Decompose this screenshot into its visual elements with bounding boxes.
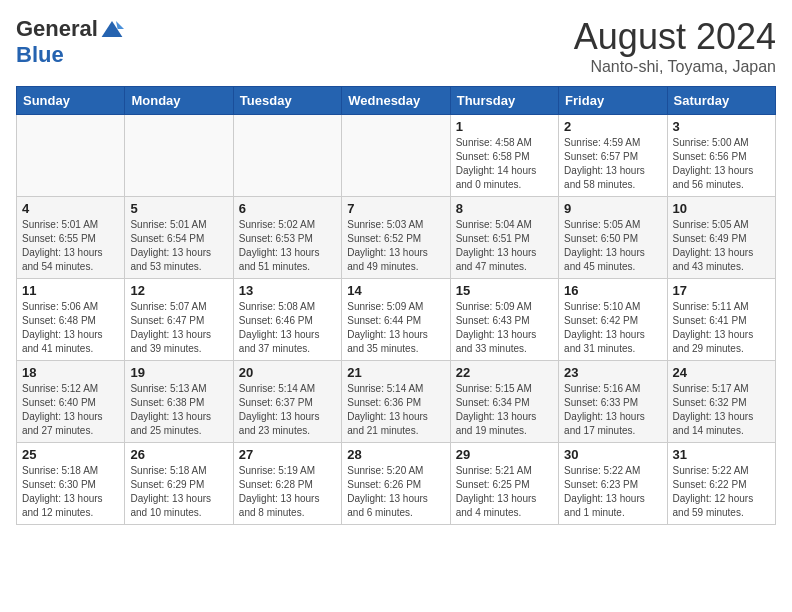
calendar-cell: 2Sunrise: 4:59 AM Sunset: 6:57 PM Daylig… — [559, 115, 667, 197]
logo-blue-text: Blue — [16, 42, 64, 67]
day-detail: Sunrise: 5:22 AM Sunset: 6:23 PM Dayligh… — [564, 464, 661, 520]
day-detail: Sunrise: 5:02 AM Sunset: 6:53 PM Dayligh… — [239, 218, 336, 274]
day-detail: Sunrise: 5:01 AM Sunset: 6:55 PM Dayligh… — [22, 218, 119, 274]
day-number: 6 — [239, 201, 336, 216]
day-number: 31 — [673, 447, 770, 462]
calendar-week-row: 1Sunrise: 4:58 AM Sunset: 6:58 PM Daylig… — [17, 115, 776, 197]
location-subtitle: Nanto-shi, Toyama, Japan — [574, 58, 776, 76]
day-number: 29 — [456, 447, 553, 462]
calendar-cell: 15Sunrise: 5:09 AM Sunset: 6:43 PM Dayli… — [450, 279, 558, 361]
day-number: 3 — [673, 119, 770, 134]
day-number: 24 — [673, 365, 770, 380]
weekday-header-thursday: Thursday — [450, 87, 558, 115]
day-detail: Sunrise: 5:16 AM Sunset: 6:33 PM Dayligh… — [564, 382, 661, 438]
calendar-week-row: 18Sunrise: 5:12 AM Sunset: 6:40 PM Dayli… — [17, 361, 776, 443]
calendar-cell — [17, 115, 125, 197]
day-number: 9 — [564, 201, 661, 216]
calendar-cell: 12Sunrise: 5:07 AM Sunset: 6:47 PM Dayli… — [125, 279, 233, 361]
logo-icon — [100, 17, 124, 41]
day-number: 16 — [564, 283, 661, 298]
header: General Blue August 2024 Nanto-shi, Toya… — [16, 16, 776, 76]
day-detail: Sunrise: 5:03 AM Sunset: 6:52 PM Dayligh… — [347, 218, 444, 274]
day-number: 19 — [130, 365, 227, 380]
month-year-title: August 2024 — [574, 16, 776, 58]
day-detail: Sunrise: 5:04 AM Sunset: 6:51 PM Dayligh… — [456, 218, 553, 274]
day-number: 20 — [239, 365, 336, 380]
day-detail: Sunrise: 5:10 AM Sunset: 6:42 PM Dayligh… — [564, 300, 661, 356]
logo: General Blue — [16, 16, 124, 68]
day-detail: Sunrise: 5:05 AM Sunset: 6:49 PM Dayligh… — [673, 218, 770, 274]
day-detail: Sunrise: 4:58 AM Sunset: 6:58 PM Dayligh… — [456, 136, 553, 192]
calendar-week-row: 25Sunrise: 5:18 AM Sunset: 6:30 PM Dayli… — [17, 443, 776, 525]
svg-marker-1 — [116, 21, 124, 29]
day-detail: Sunrise: 5:22 AM Sunset: 6:22 PM Dayligh… — [673, 464, 770, 520]
day-number: 23 — [564, 365, 661, 380]
calendar-cell: 17Sunrise: 5:11 AM Sunset: 6:41 PM Dayli… — [667, 279, 775, 361]
logo-general-text: General — [16, 16, 98, 42]
day-detail: Sunrise: 5:11 AM Sunset: 6:41 PM Dayligh… — [673, 300, 770, 356]
day-number: 21 — [347, 365, 444, 380]
day-detail: Sunrise: 5:09 AM Sunset: 6:43 PM Dayligh… — [456, 300, 553, 356]
day-number: 8 — [456, 201, 553, 216]
day-number: 30 — [564, 447, 661, 462]
day-number: 11 — [22, 283, 119, 298]
day-detail: Sunrise: 5:06 AM Sunset: 6:48 PM Dayligh… — [22, 300, 119, 356]
calendar-cell: 29Sunrise: 5:21 AM Sunset: 6:25 PM Dayli… — [450, 443, 558, 525]
calendar-cell: 21Sunrise: 5:14 AM Sunset: 6:36 PM Dayli… — [342, 361, 450, 443]
weekday-header-friday: Friday — [559, 87, 667, 115]
day-detail: Sunrise: 5:21 AM Sunset: 6:25 PM Dayligh… — [456, 464, 553, 520]
calendar-cell: 4Sunrise: 5:01 AM Sunset: 6:55 PM Daylig… — [17, 197, 125, 279]
calendar-cell: 10Sunrise: 5:05 AM Sunset: 6:49 PM Dayli… — [667, 197, 775, 279]
weekday-header-tuesday: Tuesday — [233, 87, 341, 115]
calendar-cell: 11Sunrise: 5:06 AM Sunset: 6:48 PM Dayli… — [17, 279, 125, 361]
calendar-cell: 13Sunrise: 5:08 AM Sunset: 6:46 PM Dayli… — [233, 279, 341, 361]
day-number: 28 — [347, 447, 444, 462]
weekday-header-row: SundayMondayTuesdayWednesdayThursdayFrid… — [17, 87, 776, 115]
day-detail: Sunrise: 5:20 AM Sunset: 6:26 PM Dayligh… — [347, 464, 444, 520]
day-detail: Sunrise: 5:12 AM Sunset: 6:40 PM Dayligh… — [22, 382, 119, 438]
calendar-week-row: 4Sunrise: 5:01 AM Sunset: 6:55 PM Daylig… — [17, 197, 776, 279]
day-detail: Sunrise: 5:13 AM Sunset: 6:38 PM Dayligh… — [130, 382, 227, 438]
calendar-cell: 16Sunrise: 5:10 AM Sunset: 6:42 PM Dayli… — [559, 279, 667, 361]
day-detail: Sunrise: 5:18 AM Sunset: 6:30 PM Dayligh… — [22, 464, 119, 520]
weekday-header-sunday: Sunday — [17, 87, 125, 115]
calendar-cell: 31Sunrise: 5:22 AM Sunset: 6:22 PM Dayli… — [667, 443, 775, 525]
weekday-header-saturday: Saturday — [667, 87, 775, 115]
day-number: 26 — [130, 447, 227, 462]
calendar-cell: 3Sunrise: 5:00 AM Sunset: 6:56 PM Daylig… — [667, 115, 775, 197]
title-area: August 2024 Nanto-shi, Toyama, Japan — [574, 16, 776, 76]
day-detail: Sunrise: 5:07 AM Sunset: 6:47 PM Dayligh… — [130, 300, 227, 356]
day-number: 13 — [239, 283, 336, 298]
calendar-cell: 18Sunrise: 5:12 AM Sunset: 6:40 PM Dayli… — [17, 361, 125, 443]
day-detail: Sunrise: 5:17 AM Sunset: 6:32 PM Dayligh… — [673, 382, 770, 438]
calendar-cell: 6Sunrise: 5:02 AM Sunset: 6:53 PM Daylig… — [233, 197, 341, 279]
day-number: 15 — [456, 283, 553, 298]
calendar-table: SundayMondayTuesdayWednesdayThursdayFrid… — [16, 86, 776, 525]
day-detail: Sunrise: 5:00 AM Sunset: 6:56 PM Dayligh… — [673, 136, 770, 192]
calendar-cell: 28Sunrise: 5:20 AM Sunset: 6:26 PM Dayli… — [342, 443, 450, 525]
day-detail: Sunrise: 5:19 AM Sunset: 6:28 PM Dayligh… — [239, 464, 336, 520]
day-number: 25 — [22, 447, 119, 462]
day-number: 7 — [347, 201, 444, 216]
day-number: 5 — [130, 201, 227, 216]
calendar-cell: 5Sunrise: 5:01 AM Sunset: 6:54 PM Daylig… — [125, 197, 233, 279]
day-number: 4 — [22, 201, 119, 216]
calendar-cell: 30Sunrise: 5:22 AM Sunset: 6:23 PM Dayli… — [559, 443, 667, 525]
day-number: 17 — [673, 283, 770, 298]
day-number: 2 — [564, 119, 661, 134]
calendar-cell — [233, 115, 341, 197]
day-number: 1 — [456, 119, 553, 134]
day-detail: Sunrise: 5:01 AM Sunset: 6:54 PM Dayligh… — [130, 218, 227, 274]
calendar-cell: 1Sunrise: 4:58 AM Sunset: 6:58 PM Daylig… — [450, 115, 558, 197]
day-number: 18 — [22, 365, 119, 380]
day-number: 27 — [239, 447, 336, 462]
calendar-cell: 22Sunrise: 5:15 AM Sunset: 6:34 PM Dayli… — [450, 361, 558, 443]
calendar-cell — [125, 115, 233, 197]
day-detail: Sunrise: 5:18 AM Sunset: 6:29 PM Dayligh… — [130, 464, 227, 520]
day-number: 22 — [456, 365, 553, 380]
calendar-cell — [342, 115, 450, 197]
calendar-cell: 20Sunrise: 5:14 AM Sunset: 6:37 PM Dayli… — [233, 361, 341, 443]
calendar-week-row: 11Sunrise: 5:06 AM Sunset: 6:48 PM Dayli… — [17, 279, 776, 361]
calendar-cell: 7Sunrise: 5:03 AM Sunset: 6:52 PM Daylig… — [342, 197, 450, 279]
calendar-cell: 25Sunrise: 5:18 AM Sunset: 6:30 PM Dayli… — [17, 443, 125, 525]
